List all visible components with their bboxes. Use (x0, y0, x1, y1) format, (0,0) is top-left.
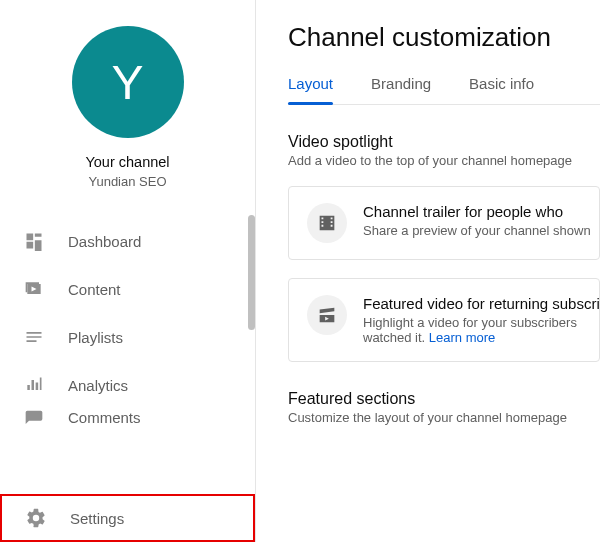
analytics-icon (22, 373, 46, 397)
card-title: Featured video for returning subscribers (363, 295, 581, 312)
page-title: Channel customization (288, 22, 600, 53)
content-icon (22, 277, 46, 301)
section-desc-spotlight: Add a video to the top of your channel h… (288, 153, 600, 168)
section-title-featured: Featured sections (288, 390, 600, 408)
section-desc-featured: Customize the layout of your channel hom… (288, 410, 600, 425)
card-body: Channel trailer for people who Share a p… (363, 203, 581, 238)
channel-name: Yundian SEO (88, 174, 166, 189)
sidebar-item-comments[interactable]: Comments (0, 409, 255, 437)
playlists-icon (22, 325, 46, 349)
tab-basic-info[interactable]: Basic info (469, 75, 534, 104)
tab-layout[interactable]: Layout (288, 75, 333, 104)
dashboard-icon (22, 229, 46, 253)
avatar-letter: Y (111, 55, 143, 110)
sidebar-item-playlists[interactable]: Playlists (0, 313, 255, 361)
sidebar-item-label: Settings (70, 510, 124, 527)
channel-title: Your channel (85, 154, 169, 170)
card-sub-line2: watched it. (363, 330, 429, 345)
clip-icon (307, 295, 347, 335)
card-sub: Share a preview of your channel shown (363, 223, 581, 238)
section-title-spotlight: Video spotlight (288, 133, 600, 151)
card-body: Featured video for returning subscribers… (363, 295, 581, 345)
learn-more-link[interactable]: Learn more (429, 330, 495, 345)
comments-icon (22, 409, 46, 433)
card-sub: Highlight a video for your subscribers w… (363, 315, 581, 345)
sidebar-item-label: Playlists (68, 329, 123, 346)
card-channel-trailer[interactable]: Channel trailer for people who Share a p… (288, 186, 600, 260)
card-title: Channel trailer for people who (363, 203, 581, 220)
gear-icon (24, 506, 48, 530)
scrollbar-thumb[interactable] (248, 215, 255, 330)
card-featured-video[interactable]: Featured video for returning subscribers… (288, 278, 600, 362)
sidebar-item-label: Content (68, 281, 121, 298)
sidebar-item-content[interactable]: Content (0, 265, 255, 313)
tab-label: Layout (288, 75, 333, 92)
sidebar-item-label: Dashboard (68, 233, 141, 250)
tabs: Layout Branding Basic info (288, 75, 600, 105)
film-icon (307, 203, 347, 243)
sidebar-item-analytics[interactable]: Analytics (0, 361, 255, 409)
main-content: Channel customization Layout Branding Ba… (256, 0, 600, 542)
sidebar-item-label: Comments (68, 409, 141, 426)
sidebar-item-settings[interactable]: Settings (0, 494, 255, 542)
card-sub-line1: Highlight a video for your subscribers (363, 315, 577, 330)
sidebar: Y Your channel Yundian SEO Dashboard Con… (0, 0, 256, 542)
avatar[interactable]: Y (72, 26, 184, 138)
profile-card: Y Your channel Yundian SEO (0, 0, 255, 207)
tab-label: Basic info (469, 75, 534, 92)
sidebar-item-dashboard[interactable]: Dashboard (0, 217, 255, 265)
sidebar-nav: Dashboard Content Playlists Analytics Co… (0, 217, 255, 494)
tab-label: Branding (371, 75, 431, 92)
sidebar-item-label: Analytics (68, 377, 128, 394)
tab-branding[interactable]: Branding (371, 75, 431, 104)
